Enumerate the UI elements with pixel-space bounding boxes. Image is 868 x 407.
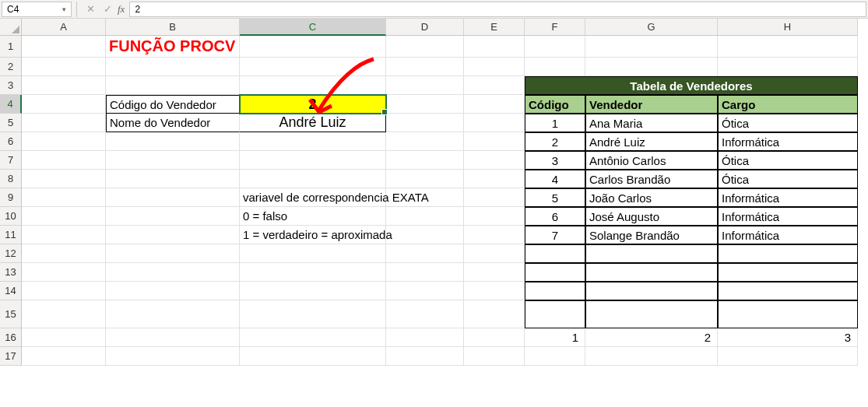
- cell-B8[interactable]: [106, 170, 240, 188]
- row-head-8[interactable]: 8: [0, 170, 22, 188]
- table-row[interactable]: Solange Brandão: [585, 226, 718, 244]
- cell-E1[interactable]: [464, 36, 525, 58]
- cell-C14[interactable]: [240, 282, 386, 300]
- table-row[interactable]: 2: [525, 132, 585, 151]
- col-head-F[interactable]: F: [525, 19, 585, 36]
- cell-E9[interactable]: [464, 188, 525, 207]
- cell-B14[interactable]: [106, 282, 240, 300]
- cell-B13[interactable]: [106, 263, 240, 282]
- cell-D1[interactable]: [386, 36, 464, 58]
- cell-H16[interactable]: 3: [718, 328, 858, 347]
- col-head-B[interactable]: B: [106, 19, 240, 36]
- row-head-17[interactable]: 17: [0, 347, 22, 366]
- table-row[interactable]: João Carlos: [585, 188, 718, 207]
- row-head-10[interactable]: 10: [0, 207, 22, 226]
- cell-E6[interactable]: [464, 132, 525, 151]
- table-row-empty[interactable]: [525, 282, 585, 300]
- table-row-empty[interactable]: [525, 300, 585, 328]
- cell-F16[interactable]: 1: [525, 328, 585, 347]
- cell-A5[interactable]: [22, 114, 106, 132]
- cell-D8[interactable]: [386, 170, 464, 188]
- table-row-empty[interactable]: [718, 300, 858, 328]
- cell-B17[interactable]: [106, 347, 240, 366]
- table-row-empty[interactable]: [585, 244, 718, 263]
- row-head-14[interactable]: 14: [0, 282, 22, 300]
- name-box[interactable]: C4 ▾: [2, 2, 72, 17]
- row-head-12[interactable]: 12: [0, 244, 22, 263]
- cell-H2[interactable]: [718, 58, 858, 76]
- cell-D16[interactable]: [386, 328, 464, 347]
- row-head-3[interactable]: 3: [0, 76, 22, 95]
- cell-B2[interactable]: [106, 58, 240, 76]
- row-head-16[interactable]: 16: [0, 328, 22, 347]
- table-row-empty[interactable]: [525, 244, 585, 263]
- cell-E17[interactable]: [464, 347, 525, 366]
- table-row[interactable]: 7: [525, 226, 585, 244]
- table-head-vendedor[interactable]: Vendedor: [585, 95, 718, 114]
- table-row[interactable]: Antônio Carlos: [585, 151, 718, 170]
- cell-E11[interactable]: [464, 226, 525, 244]
- cell-E15[interactable]: [464, 300, 525, 328]
- table-row[interactable]: Informática: [718, 226, 858, 244]
- col-head-D[interactable]: D: [386, 19, 464, 36]
- cell-A4[interactable]: [22, 95, 106, 114]
- table-row[interactable]: Ótica: [718, 151, 858, 170]
- cell-A14[interactable]: [22, 282, 106, 300]
- cell-B12[interactable]: [106, 244, 240, 263]
- cell-B15[interactable]: [106, 300, 240, 328]
- row-head-4[interactable]: 4: [0, 95, 22, 114]
- cell-D13[interactable]: [386, 263, 464, 282]
- cell-E10[interactable]: [464, 207, 525, 226]
- cell-A15[interactable]: [22, 300, 106, 328]
- table-row[interactable]: 4: [525, 170, 585, 188]
- cell-E12[interactable]: [464, 244, 525, 263]
- table-row[interactable]: 5: [525, 188, 585, 207]
- col-head-A[interactable]: A: [22, 19, 106, 36]
- row-head-1[interactable]: 1: [0, 36, 22, 58]
- cell-E16[interactable]: [464, 328, 525, 347]
- cell-D10[interactable]: [386, 207, 464, 226]
- table-head-codigo[interactable]: Código: [525, 95, 585, 114]
- select-all-corner[interactable]: [0, 19, 22, 36]
- cell-A1[interactable]: [22, 36, 106, 58]
- cell-E4[interactable]: [464, 95, 525, 114]
- cell-E3[interactable]: [464, 76, 525, 95]
- cell-G2[interactable]: [585, 58, 718, 76]
- cell-C12[interactable]: [240, 244, 386, 263]
- cell-C3[interactable]: [240, 76, 386, 95]
- row-head-5[interactable]: 5: [0, 114, 22, 132]
- table-row-empty[interactable]: [585, 300, 718, 328]
- cell-G16[interactable]: 2: [585, 328, 718, 347]
- cell-A13[interactable]: [22, 263, 106, 282]
- table-row[interactable]: Informática: [718, 132, 858, 151]
- cell-A9[interactable]: [22, 188, 106, 207]
- cell-A6[interactable]: [22, 132, 106, 151]
- cell-C10[interactable]: 0 = falso: [240, 207, 386, 226]
- cell-D11[interactable]: [386, 226, 464, 244]
- cell-B3[interactable]: [106, 76, 240, 95]
- cell-D7[interactable]: [386, 151, 464, 170]
- table-row[interactable]: José Augusto: [585, 207, 718, 226]
- row-head-2[interactable]: 2: [0, 58, 22, 76]
- col-head-E[interactable]: E: [464, 19, 525, 36]
- cell-D3[interactable]: [386, 76, 464, 95]
- cell-F17[interactable]: [525, 347, 585, 366]
- cell-C17[interactable]: [240, 347, 386, 366]
- cell-A10[interactable]: [22, 207, 106, 226]
- cell-B10[interactable]: [106, 207, 240, 226]
- cell-A11[interactable]: [22, 226, 106, 244]
- cell-A3[interactable]: [22, 76, 106, 95]
- row-head-7[interactable]: 7: [0, 151, 22, 170]
- cell-A2[interactable]: [22, 58, 106, 76]
- cell-E13[interactable]: [464, 263, 525, 282]
- chevron-down-icon[interactable]: ▾: [62, 5, 66, 13]
- table-row[interactable]: Ótica: [718, 114, 858, 132]
- cell-D2[interactable]: [386, 58, 464, 76]
- cell-C15[interactable]: [240, 300, 386, 328]
- row-head-15[interactable]: 15: [0, 300, 22, 328]
- table-row-empty[interactable]: [525, 263, 585, 282]
- cell-A7[interactable]: [22, 151, 106, 170]
- table-row[interactable]: André Luiz: [585, 132, 718, 151]
- cell-B9[interactable]: [106, 188, 240, 207]
- fx-icon[interactable]: fx: [118, 3, 125, 16]
